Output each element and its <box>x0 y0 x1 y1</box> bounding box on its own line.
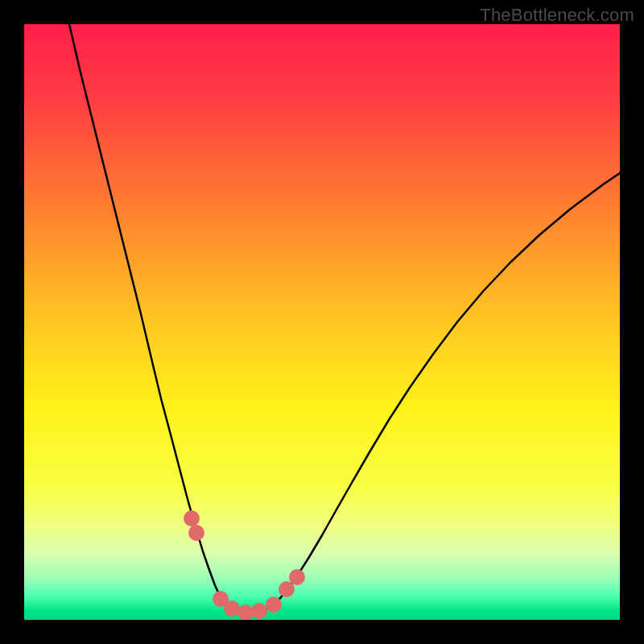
curve-marker <box>224 601 240 617</box>
curve-marker <box>184 510 200 526</box>
watermark-text: TheBottleneck.com <box>480 5 634 26</box>
curve-marker <box>266 597 282 613</box>
plot-area <box>24 24 620 620</box>
curve-marker <box>188 525 204 541</box>
gradient-background <box>24 24 620 620</box>
curve-marker <box>251 603 267 619</box>
chart-svg <box>24 24 620 620</box>
curve-marker <box>289 569 305 585</box>
chart-frame: TheBottleneck.com <box>0 0 644 644</box>
